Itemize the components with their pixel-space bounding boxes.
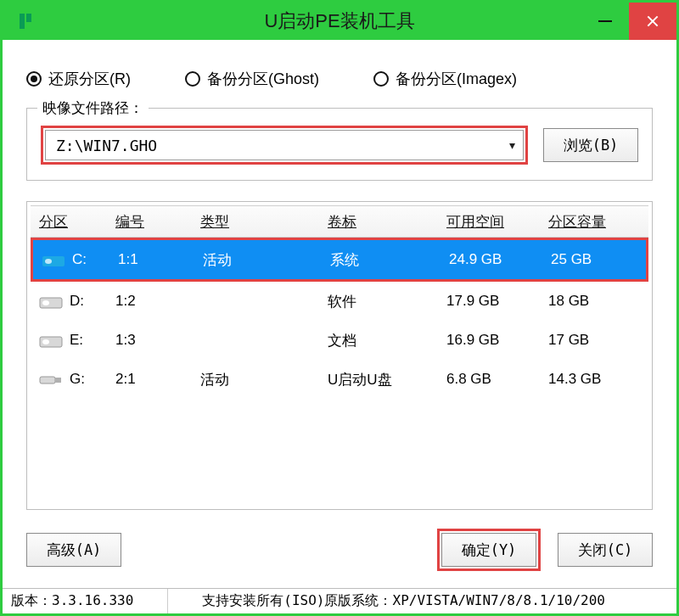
button-row: 高级(A) 确定(Y) 关闭(C) <box>26 529 653 571</box>
image-path-value: Z:\WIN7.GHO <box>46 137 501 154</box>
ok-highlight: 确定(Y) <box>437 529 541 571</box>
cell-no: 1:1 <box>109 251 194 268</box>
client-area: 还原分区(R) 备份分区(Ghost) 备份分区(Imagex) 映像文件路径：… <box>3 40 676 588</box>
cell-vol: 文档 <box>319 331 438 350</box>
window-root: U启动PE装机工具 还原分区(R) 备份分区(Ghost) 备份分区(Image… <box>0 0 679 616</box>
close-icon <box>647 15 659 27</box>
minimize-button[interactable] <box>581 3 629 40</box>
advanced-button[interactable]: 高级(A) <box>26 533 121 567</box>
cell-cap: 25 GB <box>542 251 646 268</box>
table-body: D: 1:2 软件 17.9 GB 18 GB E: 1:3 文档 <box>31 282 648 399</box>
chevron-down-icon: ▾ <box>501 138 523 152</box>
hdd-icon <box>39 332 63 349</box>
table-row[interactable]: G: 2:1 活动 U启动U盘 6.8 GB 14.3 GB <box>31 360 648 399</box>
cell-free: 16.9 GB <box>438 332 540 349</box>
radio-restore-label: 还原分区(R) <box>48 69 131 89</box>
cell-type: 活动 <box>194 250 322 270</box>
cell-no: 1:3 <box>107 332 192 349</box>
app-icon <box>14 10 36 32</box>
title-bar: U启动PE装机工具 <box>3 3 676 40</box>
hdd-icon <box>39 293 63 310</box>
partition-table: 分区 编号 类型 卷标 可用空间 分区容量 C: 1:1 活动 系统 24.9 … <box>26 201 653 510</box>
cell-no: 2:1 <box>107 371 192 388</box>
cell-drive: E: <box>70 332 83 349</box>
cell-free: 6.8 GB <box>438 371 540 388</box>
selected-row-highlight: C: 1:1 活动 系统 24.9 GB 25 GB <box>31 238 648 282</box>
table-header: 分区 编号 类型 卷标 可用空间 分区容量 <box>31 205 648 238</box>
cell-no: 1:2 <box>107 293 192 310</box>
cell-cap: 14.3 GB <box>540 371 648 388</box>
th-type[interactable]: 类型 <box>192 212 319 232</box>
cell-cap: 17 GB <box>540 332 648 349</box>
cell-vol: U启动U盘 <box>319 370 438 389</box>
radio-backup-label: 备份分区(Ghost) <box>207 69 319 89</box>
radio-icon <box>373 71 389 87</box>
svg-rect-6 <box>40 377 55 384</box>
image-path-group: 映像文件路径： Z:\WIN7.GHO ▾ 浏览(B) <box>26 108 653 181</box>
cell-vol: 软件 <box>319 292 438 311</box>
hdd-icon <box>42 251 65 268</box>
statusbar-separator <box>167 589 168 613</box>
table-row[interactable]: C: 1:1 活动 系统 24.9 GB 25 GB <box>33 240 646 279</box>
browse-button[interactable]: 浏览(B) <box>543 128 638 162</box>
cell-free: 17.9 GB <box>438 293 540 310</box>
close-window-button[interactable]: 关闭(C) <box>558 533 653 567</box>
version-text: 版本：3.3.16.330 <box>11 592 133 610</box>
svg-rect-7 <box>55 378 61 383</box>
radio-restore[interactable]: 还原分区(R) <box>26 69 131 89</box>
radio-icon <box>185 71 200 87</box>
svg-point-1 <box>45 259 52 264</box>
cell-drive: D: <box>70 293 84 310</box>
window-title: U启动PE装机工具 <box>3 8 676 34</box>
th-number[interactable]: 编号 <box>107 212 192 232</box>
cell-free: 24.9 GB <box>441 251 542 268</box>
status-bar: 版本：3.3.16.330 支持安装所有(ISO)原版系统：XP/VISTA/W… <box>3 588 676 613</box>
image-path-highlight: Z:\WIN7.GHO ▾ <box>41 126 528 165</box>
close-button[interactable] <box>629 3 676 40</box>
radio-icon <box>26 71 42 87</box>
table-row[interactable]: D: 1:2 软件 17.9 GB 18 GB <box>31 282 648 321</box>
radio-backup-ghost[interactable]: 备份分区(Ghost) <box>185 69 319 89</box>
window-controls <box>581 3 676 40</box>
svg-point-5 <box>42 339 49 344</box>
cell-drive: C: <box>72 251 87 268</box>
cell-drive: G: <box>70 371 85 388</box>
cell-type: 活动 <box>192 370 319 389</box>
th-partition[interactable]: 分区 <box>31 212 107 232</box>
image-path-label: 映像文件路径： <box>37 98 149 118</box>
image-path-combobox[interactable]: Z:\WIN7.GHO ▾ <box>45 130 524 160</box>
th-free[interactable]: 可用空间 <box>438 212 540 232</box>
ok-button[interactable]: 确定(Y) <box>441 533 536 567</box>
th-capacity[interactable]: 分区容量 <box>540 212 648 232</box>
cell-cap: 18 GB <box>540 293 648 310</box>
usb-drive-icon <box>39 371 63 388</box>
mode-radio-group: 还原分区(R) 备份分区(Ghost) 备份分区(Imagex) <box>26 69 654 89</box>
minimize-icon <box>598 20 612 22</box>
svg-point-3 <box>42 300 49 305</box>
support-text: 支持安装所有(ISO)原版系统：XP/VISTA/WIN7/8/8.1/10/2… <box>202 592 605 610</box>
th-volume[interactable]: 卷标 <box>319 212 438 232</box>
cell-vol: 系统 <box>322 250 441 270</box>
image-path-row: Z:\WIN7.GHO ▾ 浏览(B) <box>41 126 638 165</box>
table-row[interactable]: E: 1:3 文档 16.9 GB 17 GB <box>31 321 648 360</box>
radio-imagex-label: 备份分区(Imagex) <box>396 69 517 89</box>
radio-backup-imagex[interactable]: 备份分区(Imagex) <box>373 69 517 89</box>
